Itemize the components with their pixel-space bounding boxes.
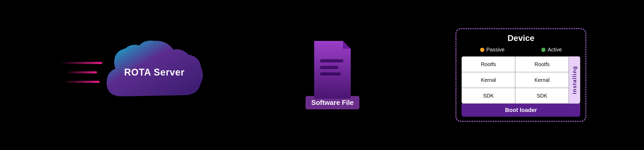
passive-dot: [480, 48, 484, 52]
installing-label: Installing: [572, 66, 578, 94]
grid-cell-sdk-left: SDK: [462, 88, 515, 104]
speed-line-2: [66, 71, 97, 73]
speed-line-1: [60, 62, 102, 64]
device-grid: Rootfs Rootfs Kernal Kernal SDK SDK: [462, 56, 569, 104]
active-dot: [541, 48, 545, 52]
file-icon: [309, 41, 356, 99]
bootloader-bar: Boot loader: [462, 104, 580, 117]
grid-cell-rootfs-left: Rootfs: [462, 56, 515, 72]
cloud-icon: ROTA Server: [100, 38, 209, 112]
grid-cell-sdk-right: SDK: [515, 88, 569, 104]
legend-active: Active: [541, 47, 562, 53]
speed-line-3: [63, 81, 100, 83]
speed-lines: [58, 62, 102, 83]
grid-cell-rootfs-right: Rootfs: [515, 56, 569, 72]
device-title: Device: [462, 33, 580, 43]
installing-column: Installing: [569, 56, 580, 104]
svg-rect-2: [320, 72, 341, 76]
device-legend: Passive Active: [462, 47, 580, 53]
svg-rect-1: [320, 66, 338, 69]
active-label: Active: [548, 47, 562, 53]
grid-cell-kernal-left: Kernal: [462, 72, 515, 88]
device-grid-outer: Rootfs Rootfs Kernal Kernal SDK SDK Inst…: [462, 56, 580, 104]
device-panel: Device Passive Active Rootfs Rootfs Kern…: [456, 28, 586, 122]
grid-cell-kernal-right: Kernal: [515, 72, 569, 88]
svg-rect-0: [320, 59, 343, 62]
software-file-section: Software File: [293, 41, 372, 109]
legend-passive: Passive: [480, 47, 505, 53]
cloud-section: ROTA Server: [58, 23, 209, 127]
passive-label: Passive: [486, 47, 505, 53]
